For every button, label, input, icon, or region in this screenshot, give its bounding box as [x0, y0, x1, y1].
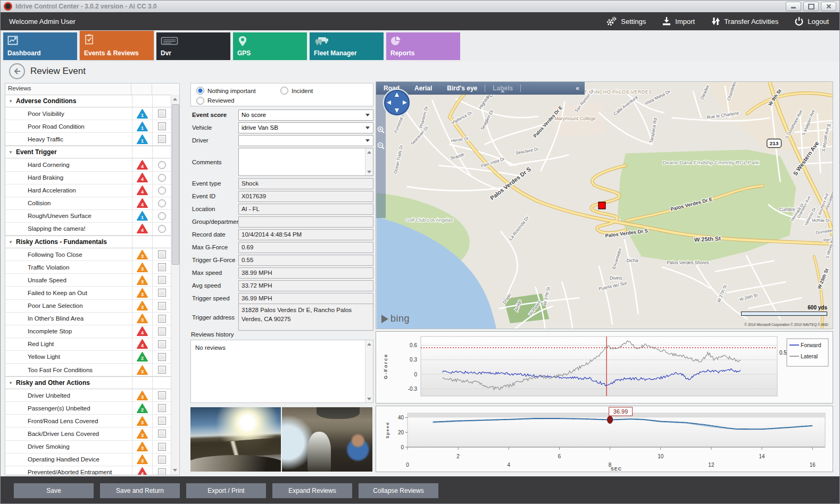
tab-events-reviews[interactable]: Events & Reviews	[80, 31, 154, 60]
reviews-history-box[interactable]: No reviews	[190, 340, 373, 403]
tree-item-row[interactable]: Poor Lane Selection3	[5, 300, 171, 313]
item-checkbox[interactable]	[158, 353, 166, 361]
item-checkbox[interactable]	[158, 366, 166, 374]
tree-group-row[interactable]: ▾Adverse Conditions	[5, 95, 171, 107]
comments-textarea[interactable]	[238, 148, 373, 176]
tab-fleet-manager[interactable]: Fleet Manager	[310, 32, 384, 60]
tree-item-row[interactable]: Slapping the camera!4	[5, 223, 171, 236]
tree-item-row[interactable]: Red Light4	[5, 338, 171, 351]
reviews-history-scrollbar[interactable]	[365, 340, 373, 402]
trigger-speed-value[interactable]: 36.99 MPH	[238, 293, 373, 304]
item-radio[interactable]	[158, 225, 166, 233]
tree-item-row[interactable]: In Other's Blind Area3	[5, 313, 171, 325]
map-compass-control[interactable]	[382, 88, 411, 117]
event-type-value[interactable]: Shock	[238, 178, 373, 189]
location-value[interactable]: Al - FL	[238, 204, 373, 215]
tree-group-row[interactable]: ▾Event Trigger	[5, 146, 171, 158]
tab-reports[interactable]: Reports	[386, 32, 460, 60]
tree-item-row[interactable]: Back/Driver Lens Covered3	[5, 427, 171, 440]
item-checkbox[interactable]	[158, 315, 166, 323]
group-department-value[interactable]	[238, 216, 373, 228]
event-score-select[interactable]: No score	[238, 110, 373, 121]
collapse-arrow-icon[interactable]: ▾	[5, 239, 16, 245]
item-checkbox[interactable]	[158, 340, 166, 348]
tree-item-row[interactable]: Collision4	[5, 197, 171, 210]
item-checkbox[interactable]	[158, 135, 166, 143]
driver-select[interactable]	[238, 135, 373, 146]
settings-button[interactable]: Settings	[605, 16, 646, 26]
item-checkbox[interactable]	[158, 250, 166, 258]
tree-item-row[interactable]: Front/Road Lens Covered3	[5, 415, 171, 427]
tree-item-row[interactable]: Following Too Close3	[5, 248, 171, 261]
expand-reviews-button[interactable]: Expand Reviews	[272, 483, 352, 498]
tree-item-row[interactable]: Passenger(s) Unbelted2	[5, 402, 171, 415]
max-g-force-value[interactable]: 0.69	[238, 242, 373, 253]
trigger-g-force-value[interactable]: 0.55	[238, 255, 373, 266]
vehicle-select[interactable]: idrive Van SB	[238, 122, 373, 133]
map-container[interactable]: 213 EAST RANCHO PALOS VERDESMarymount Co…	[376, 81, 833, 329]
save-and-return-button[interactable]: Save and Return	[100, 483, 180, 498]
item-checkbox[interactable]	[158, 302, 166, 310]
collapse-arrow-icon[interactable]: ▾	[5, 380, 16, 385]
event-location-marker[interactable]	[598, 202, 605, 209]
tab-gps[interactable]: GPS	[233, 32, 307, 60]
tree-item-row[interactable]: Yellow Light2	[5, 351, 171, 364]
item-checkbox[interactable]	[158, 417, 166, 425]
tree-item-row[interactable]: Incomplete Stop4	[5, 325, 171, 338]
event-id-value[interactable]: X017639	[238, 191, 373, 202]
road-camera-image[interactable]	[190, 407, 281, 472]
tree-item-row[interactable]: Hard Acceleration4	[5, 184, 171, 197]
tree-item-row[interactable]: Operating Handled Device3	[5, 453, 171, 466]
minimize-button[interactable]	[786, 2, 801, 11]
status-radio[interactable]	[196, 97, 204, 105]
back-button[interactable]	[9, 63, 25, 79]
tab-dashboard[interactable]: Dashboard	[3, 32, 77, 60]
map-view-birdseye[interactable]: Bird's eye	[439, 85, 485, 92]
item-checkbox[interactable]	[158, 276, 166, 284]
tree-item-row[interactable]: Unsafe Speed3	[5, 274, 171, 287]
item-radio[interactable]	[158, 174, 166, 182]
export-print-button[interactable]: Export / Print	[186, 483, 266, 498]
item-checkbox[interactable]	[158, 391, 166, 399]
logout-button[interactable]: Logout	[794, 16, 829, 26]
item-checkbox[interactable]	[158, 443, 166, 451]
item-checkbox[interactable]	[158, 468, 166, 475]
save-button[interactable]: Save	[14, 483, 94, 498]
scroll-down-icon[interactable]	[171, 466, 179, 474]
import-button[interactable]: Import	[662, 16, 695, 26]
reviews-scrollbar[interactable]	[171, 95, 179, 475]
status-option-nothing-important[interactable]: Nothing important	[196, 86, 280, 95]
scrollbar-thumb[interactable]	[172, 104, 179, 265]
collapse-arrow-icon[interactable]: ▾	[5, 98, 16, 104]
collapse-arrow-icon[interactable]: ▾	[5, 149, 16, 155]
status-radio[interactable]	[196, 87, 204, 95]
max-speed-value[interactable]: 38.99 MPH	[238, 267, 373, 279]
item-checkbox[interactable]	[158, 404, 166, 412]
scroll-down-icon[interactable]	[365, 169, 372, 175]
tree-group-row[interactable]: ▾Risky and Other Actions	[5, 376, 171, 389]
item-checkbox[interactable]	[158, 122, 166, 130]
item-checkbox[interactable]	[158, 327, 166, 335]
item-radio[interactable]	[158, 161, 166, 169]
tree-item-row[interactable]: Poor Visibility1	[5, 107, 171, 120]
map-zoom-out-button[interactable]	[377, 141, 385, 150]
scroll-up-icon[interactable]	[171, 95, 179, 103]
map-bar-collapse-button[interactable]: «	[570, 85, 585, 92]
status-option-incident[interactable]: Incident	[280, 86, 364, 95]
scroll-up-icon[interactable]	[365, 149, 372, 155]
item-checkbox[interactable]	[158, 110, 166, 117]
item-radio[interactable]	[158, 212, 166, 220]
close-button[interactable]	[821, 2, 836, 11]
collapse-reviews-button[interactable]: Collapse Reviews	[359, 483, 438, 498]
tree-item-row[interactable]: Driver Smoking3	[5, 441, 171, 453]
tree-item-row[interactable]: Failed to Keep an Out3	[5, 287, 171, 299]
tree-item-row[interactable]: Traffic Violation3	[5, 261, 171, 274]
speed-chart[interactable]: 020400246810121416SECSpeed36.99	[376, 406, 833, 472]
tree-group-row[interactable]: ▾Risky Actions - Fundamentals	[5, 236, 171, 248]
tree-item-row[interactable]: Too Fast For Conditions3	[5, 364, 171, 376]
status-radio[interactable]	[280, 87, 288, 95]
tree-item-row[interactable]: Heavy Traffic1	[5, 133, 171, 146]
item-checkbox[interactable]	[158, 289, 166, 297]
status-option-reviewed[interactable]: Reviewed	[196, 96, 280, 105]
gforce-chart[interactable]: -0.300.30.60.55G-ForceForwardLateral	[376, 331, 833, 404]
